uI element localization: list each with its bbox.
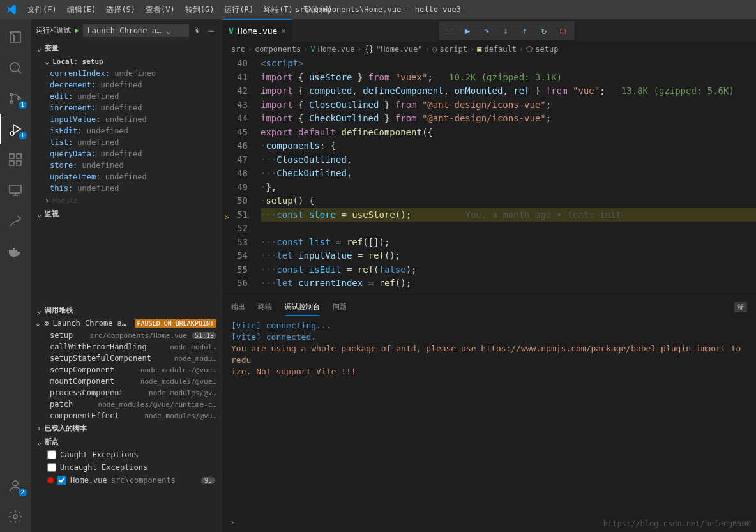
callstack-frame[interactable]: setupComponentnode_modules/@vue… — [31, 364, 222, 376]
variable-row[interactable]: inputValue: undefined — [31, 114, 222, 125]
variable-row[interactable]: updateItem: undefined — [31, 171, 222, 183]
code-line[interactable]: import { computed, defineComponent, onMo… — [261, 84, 756, 98]
step-out-icon[interactable]: ↑ — [516, 22, 534, 39]
variable-row[interactable]: this: undefined — [31, 183, 222, 194]
code-line[interactable] — [261, 222, 756, 236]
launch-config-select[interactable]: Launch Chrome a… ⌄ — [83, 24, 189, 37]
callstack-frame[interactable]: setupsrc/components/Home.vue51:19 — [31, 330, 222, 341]
step-into-icon[interactable]: ↓ — [497, 22, 515, 39]
remote-icon[interactable] — [0, 175, 31, 206]
panel-tab-output[interactable]: 输出 — [231, 298, 245, 315]
docker-icon[interactable] — [0, 236, 31, 267]
code-line[interactable]: ·setup() { — [261, 194, 756, 208]
start-debug-icon[interactable]: ▶ — [75, 26, 79, 34]
step-over-icon[interactable]: ↷ — [478, 22, 495, 39]
callstack-frame[interactable]: callWithErrorHandlingnode_modul… — [31, 341, 222, 353]
extensions-icon[interactable] — [0, 144, 31, 175]
code-line[interactable]: <script> — [261, 57, 756, 71]
menu-view[interactable]: 查看(V) — [140, 0, 180, 19]
stop-icon[interactable]: □ — [554, 22, 572, 39]
code-line[interactable]: ···CloseOutlined, — [261, 153, 756, 167]
continue-icon[interactable]: ▶ — [458, 22, 476, 39]
callstack-frame[interactable]: componentEffectnode_modules/@vu… — [31, 410, 222, 422]
code-line[interactable]: export default defineComponent({ — [261, 126, 756, 140]
breakpoint-checkbox[interactable] — [47, 450, 56, 459]
variable-row[interactable]: edit: undefined — [31, 91, 222, 102]
accounts-icon[interactable]: 2 — [0, 471, 31, 501]
debug-toolbar[interactable]: ⋮⋮ ▶ ↷ ↓ ↑ ↻ □ — [439, 21, 575, 40]
callstack-frame[interactable]: processComponentnode_modules/@v… — [31, 387, 222, 399]
callstack-thread[interactable]: ⌄ ⚙ Launch Chrome a… PAUSED ON BREAKPOIN… — [31, 317, 222, 330]
watch-section-header[interactable]: ⌄监视 — [31, 207, 222, 220]
grip-icon[interactable]: ⋮⋮ — [442, 27, 457, 34]
close-icon[interactable]: ✕ — [281, 26, 285, 35]
callstack-frame[interactable]: patchnode_modules/@vue/runtime-c… — [31, 399, 222, 410]
variable-row[interactable]: list: undefined — [31, 137, 222, 148]
breakpoint-checkbox[interactable] — [47, 463, 56, 472]
svg-rect-8 — [17, 161, 21, 165]
callstack-section-header[interactable]: ⌄调用堆栈 — [31, 303, 222, 317]
breakpoint-row[interactable]: Caught Exceptions — [31, 448, 222, 461]
variable-row[interactable]: isEdit: undefined — [31, 125, 222, 137]
variable-row[interactable]: decrement: undefined — [31, 79, 222, 91]
panel-tab-debug-console[interactable]: 调试控制台 — [285, 298, 320, 316]
code-line[interactable]: ···const isEdit = ref(false); — [261, 263, 756, 277]
paused-badge: PAUSED ON BREAKPOINT — [135, 319, 216, 328]
code-line[interactable]: ···const store = useStore(); You, a mont… — [261, 208, 756, 222]
code-line[interactable]: ···let currentIndex = ref(); — [261, 277, 756, 291]
svg-point-14 — [13, 481, 18, 486]
breakpoint-row[interactable]: Home.vuesrc\components95 — [31, 474, 222, 487]
settings-icon[interactable] — [0, 501, 31, 532]
callstack-frame[interactable]: mountComponentnode_modules/@vue… — [31, 376, 222, 387]
search-icon[interactable] — [0, 52, 31, 83]
menu-select[interactable]: 选择(S) — [101, 0, 140, 19]
more-icon[interactable]: ⋯ — [206, 26, 216, 36]
breakpoint-checkbox[interactable] — [57, 476, 66, 485]
variable-row[interactable]: store: undefined — [31, 160, 222, 171]
code-editor[interactable]: 404142434445464748495051▷5253545556 <scr… — [222, 57, 756, 296]
code-line[interactable]: ···CheckOutlined, — [261, 167, 756, 181]
restart-icon[interactable]: ↻ — [535, 22, 553, 39]
variables-section-header[interactable]: ⌄变量 — [31, 42, 222, 55]
vue-file-icon: V — [310, 45, 315, 54]
loaded-scripts-header[interactable]: ›已载入的脚本 — [31, 422, 222, 435]
code-line[interactable]: ···const list = ref([]); — [261, 236, 756, 250]
source-control-icon[interactable]: 1 — [0, 83, 31, 114]
local-scope-header[interactable]: ⌄Local: setup — [31, 55, 222, 68]
breadcrumb[interactable]: src› components› VHome.vue› {}"Home.vue"… — [222, 42, 756, 57]
vue-file-icon: V — [229, 26, 234, 36]
menu-edit[interactable]: 编辑(E) — [62, 0, 102, 19]
share-icon[interactable] — [0, 206, 31, 236]
code-line[interactable]: ·}, — [261, 181, 756, 195]
filter-icon[interactable]: 筛 — [734, 302, 747, 312]
menu-terminal[interactable]: 终端(T) — [259, 0, 298, 19]
gear-icon[interactable]: ⚙ — [193, 26, 202, 34]
explorer-icon[interactable] — [0, 22, 31, 52]
menu-goto[interactable]: 转到(G) — [180, 0, 220, 19]
variable-row[interactable]: increment: undefined — [31, 102, 222, 114]
breakpoint-row[interactable]: Uncaught Exceptions — [31, 461, 222, 474]
debug-console-output[interactable]: [vite] connecting...[vite] connected.You… — [222, 317, 756, 532]
code-line[interactable]: import { CloseOutlined } from "@ant-desi… — [261, 98, 756, 112]
panel-tab-terminal[interactable]: 终端 — [258, 298, 272, 315]
chevron-down-icon: ⌄ — [36, 319, 40, 328]
code-line[interactable]: import { CheckOutlined } from "@ant-desi… — [261, 112, 756, 126]
panel-tab-problems[interactable]: 问题 — [333, 298, 347, 315]
tab-label: Home.vue — [238, 26, 278, 36]
console-prompt-icon[interactable]: › — [230, 517, 235, 528]
debug-icon[interactable]: 1 — [0, 114, 31, 144]
callstack-frame[interactable]: setupStatefulComponentnode_modu… — [31, 353, 222, 364]
console-line: [vite] connected. — [231, 331, 747, 343]
code-line[interactable]: import { useStore } from "vuex"; 10.2K (… — [261, 71, 756, 85]
svg-point-15 — [13, 515, 17, 519]
tab-home-vue[interactable]: V Home.vue ✕ — [222, 19, 292, 42]
code-line[interactable]: ···let inputValue = ref(); — [261, 249, 756, 263]
breakpoints-header[interactable]: ⌄断点 — [31, 435, 222, 448]
menu-run[interactable]: 运行(R) — [219, 0, 259, 19]
menu-file[interactable]: 文件(F) — [22, 0, 62, 19]
module-scope-header[interactable]: ›Module — [31, 194, 222, 207]
variable-row[interactable]: currentIndex: undefined — [31, 68, 222, 79]
editor-area: V Home.vue ✕ ⋮⋮ ▶ ↷ ↓ ↑ ↻ □ src› compone… — [222, 19, 756, 532]
code-line[interactable]: ·components: { — [261, 139, 756, 153]
variable-row[interactable]: queryData: undefined — [31, 148, 222, 160]
